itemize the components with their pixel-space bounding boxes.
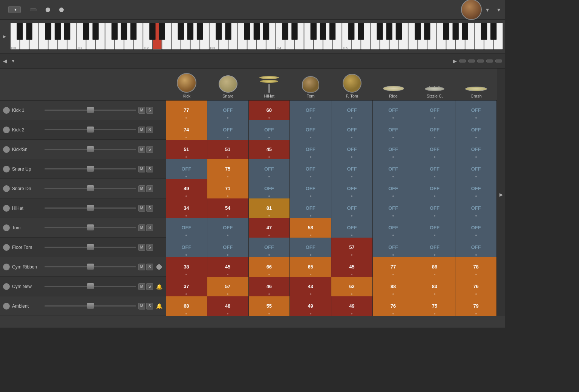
grid-cell[interactable]: OFF: [373, 198, 414, 218]
add-button[interactable]: [468, 59, 475, 63]
channel-mute-button[interactable]: M: [138, 224, 145, 231]
channel-solo-button[interactable]: S: [146, 166, 153, 172]
grid-cell[interactable]: OFF: [290, 140, 331, 159]
grid-cell[interactable]: OFF: [331, 120, 373, 140]
grid-cell[interactable]: OFF: [414, 198, 456, 218]
grid-cell[interactable]: OFF: [414, 238, 456, 257]
channel-solo-button[interactable]: S: [146, 127, 153, 133]
channel-volume-thumb[interactable]: [87, 244, 94, 250]
channel-volume-slider[interactable]: [44, 149, 136, 150]
grid-cell[interactable]: OFF: [373, 179, 414, 198]
grid-cell[interactable]: OFF: [166, 218, 207, 238]
channel-mute-button[interactable]: M: [138, 264, 145, 270]
export-button[interactable]: [495, 59, 502, 63]
grid-cell[interactable]: 51: [166, 140, 207, 159]
channel-mute-button[interactable]: M: [138, 244, 145, 251]
channel-power-button[interactable]: [3, 244, 10, 251]
grid-cell[interactable]: 68: [166, 296, 207, 316]
channel-power-button[interactable]: [3, 166, 10, 172]
tune-knob[interactable]: [59, 8, 64, 12]
key-value[interactable]: [30, 8, 37, 11]
preset-back-arrow[interactable]: ◀: [3, 58, 7, 64]
grid-cell[interactable]: OFF: [373, 101, 414, 120]
grid-cell[interactable]: 88: [373, 277, 414, 296]
grid-cell[interactable]: OFF: [166, 159, 207, 179]
channel-volume-thumb[interactable]: [87, 283, 94, 289]
grid-cell[interactable]: OFF: [331, 198, 373, 218]
grid-cell[interactable]: OFF: [207, 218, 249, 238]
channel-power-button[interactable]: [3, 146, 10, 153]
grid-cell[interactable]: OFF: [373, 238, 414, 257]
grid-cell[interactable]: OFF: [373, 140, 414, 159]
grid-cell[interactable]: OFF: [414, 179, 456, 198]
preset-dropdown-icon[interactable]: ▼: [11, 58, 15, 64]
channel-volume-thumb[interactable]: [87, 224, 94, 230]
grid-cell[interactable]: 54: [207, 198, 249, 218]
grid-cell[interactable]: OFF: [331, 140, 373, 159]
preset-dropdown[interactable]: ▼: [8, 6, 21, 13]
grid-cell[interactable]: 58: [290, 218, 331, 238]
grid-cell[interactable]: OFF: [455, 140, 497, 159]
grid-cell[interactable]: OFF: [414, 140, 456, 159]
grid-cell[interactable]: 78: [455, 257, 497, 277]
snare-dropdown-arrow[interactable]: ▼: [485, 7, 490, 13]
channel-volume-slider[interactable]: [44, 129, 136, 130]
grid-cell[interactable]: OFF: [207, 238, 249, 257]
grid-cell[interactable]: 75: [207, 159, 249, 179]
grid-cell[interactable]: 49: [290, 296, 331, 316]
piano-keyboard[interactable]: // will render via JS below C0C1C2C3C4C5: [11, 23, 503, 50]
grid-cell[interactable]: 60: [249, 101, 290, 120]
channel-power-button[interactable]: [3, 205, 10, 212]
preset-forward-arrow[interactable]: ▶: [453, 58, 457, 64]
channel-volume-slider[interactable]: [44, 227, 136, 228]
grid-cell[interactable]: OFF: [249, 238, 290, 257]
grid-cell[interactable]: 34: [166, 198, 207, 218]
grid-cell[interactable]: 57: [207, 277, 249, 296]
grid-cell[interactable]: 49: [331, 296, 373, 316]
channel-mute-button[interactable]: M: [138, 127, 145, 133]
grid-cell[interactable]: 76: [455, 277, 497, 296]
grid-cell[interactable]: 77: [166, 101, 207, 120]
drum-instrument-kick[interactable]: Kick: [166, 69, 207, 100]
grid-cell[interactable]: 83: [414, 277, 456, 296]
channel-volume-thumb[interactable]: [87, 205, 94, 211]
grid-cell[interactable]: OFF: [373, 218, 414, 238]
grid-cell[interactable]: OFF: [290, 238, 331, 257]
grid-cell[interactable]: OFF: [290, 120, 331, 140]
grid-cell[interactable]: OFF: [290, 198, 331, 218]
grid-cell[interactable]: OFF: [414, 101, 456, 120]
grid-cell[interactable]: 51: [207, 140, 249, 159]
grid-cell[interactable]: 75: [414, 296, 456, 316]
grid-cell[interactable]: OFF: [249, 120, 290, 140]
grid-cell[interactable]: OFF: [455, 120, 497, 140]
channel-power-button[interactable]: [3, 107, 10, 114]
channel-solo-button[interactable]: S: [146, 264, 153, 270]
grid-cell[interactable]: OFF: [331, 218, 373, 238]
grid-cell[interactable]: 47: [249, 218, 290, 238]
import-button[interactable]: [486, 59, 493, 63]
channel-volume-thumb[interactable]: [87, 185, 94, 191]
channel-volume-slider[interactable]: [44, 188, 136, 189]
grid-cell[interactable]: 81: [249, 198, 290, 218]
grid-cell[interactable]: OFF: [290, 179, 331, 198]
grid-cell[interactable]: 74: [166, 120, 207, 140]
grid-cell[interactable]: 71: [207, 179, 249, 198]
channel-power-button[interactable]: [3, 303, 10, 310]
grid-cell[interactable]: 45: [207, 257, 249, 277]
grid-cell[interactable]: OFF: [207, 120, 249, 140]
advanced-arrow-icon[interactable]: ▶: [499, 192, 503, 197]
grid-cell[interactable]: OFF: [455, 198, 497, 218]
map-label[interactable]: ◀: [0, 34, 9, 39]
map-arrow-left[interactable]: ◀: [2, 35, 6, 39]
channel-mute-button[interactable]: M: [138, 303, 145, 310]
channel-volume-thumb[interactable]: [87, 264, 94, 270]
grid-cell[interactable]: 45: [249, 140, 290, 159]
channel-power-button[interactable]: [3, 127, 10, 133]
grid-cell[interactable]: OFF: [455, 218, 497, 238]
drum-instrument-ftom[interactable]: F. Tom: [331, 69, 373, 100]
grid-cell[interactable]: OFF: [331, 101, 373, 120]
channel-solo-button[interactable]: S: [146, 146, 153, 153]
grid-cell[interactable]: 66: [249, 257, 290, 277]
channel-volume-slider[interactable]: [44, 305, 136, 307]
drum-instrument-tom[interactable]: Tom: [290, 69, 331, 100]
